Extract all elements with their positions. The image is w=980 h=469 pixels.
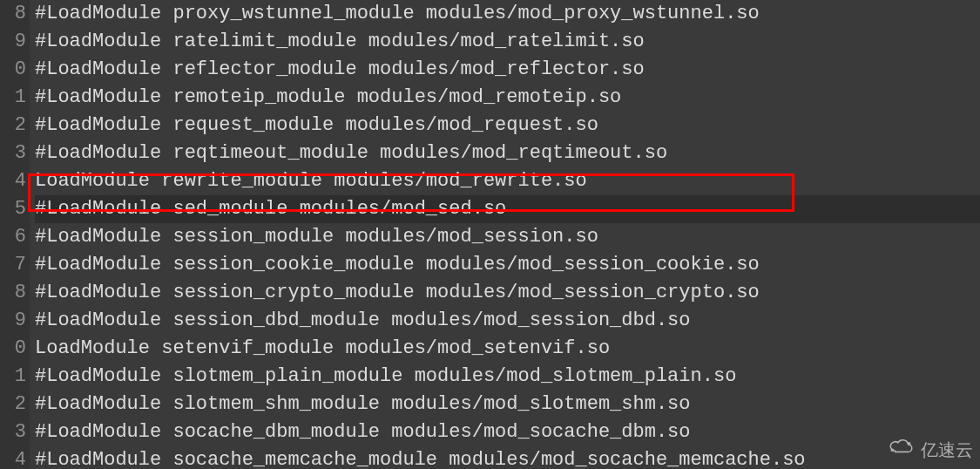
code-editor[interactable]: 89012345678901234 #LoadModule proxy_wstu…: [0, 0, 980, 469]
code-line[interactable]: #LoadModule session_cookie_module module…: [35, 251, 980, 279]
code-line[interactable]: #LoadModule remoteip_module modules/mod_…: [35, 84, 980, 112]
code-line[interactable]: #LoadModule session_module modules/mod_s…: [35, 223, 980, 251]
line-number: 0: [0, 56, 26, 84]
code-line[interactable]: LoadModule rewrite_module modules/mod_re…: [35, 167, 980, 195]
line-number: 1: [0, 84, 26, 112]
svg-point-0: [891, 449, 893, 451]
code-line[interactable]: #LoadModule reqtimeout_module modules/mo…: [35, 139, 980, 167]
line-number-gutter: 89012345678901234: [0, 0, 30, 469]
line-number: 6: [0, 223, 26, 251]
code-line[interactable]: #LoadModule slotmem_shm_module modules/m…: [35, 391, 980, 418]
code-line[interactable]: #LoadModule request_module modules/mod_r…: [35, 112, 980, 139]
code-line[interactable]: #LoadModule slotmem_plain_module modules…: [35, 363, 980, 391]
line-number: 8: [0, 279, 26, 307]
svg-point-1: [909, 443, 910, 445]
code-area[interactable]: #LoadModule proxy_wstunnel_module module…: [30, 0, 980, 469]
code-line[interactable]: #LoadModule proxy_wstunnel_module module…: [35, 0, 980, 28]
code-line[interactable]: #LoadModule ratelimit_module modules/mod…: [35, 28, 980, 56]
code-line[interactable]: #LoadModule socache_memcache_module modu…: [35, 446, 980, 469]
code-line[interactable]: #LoadModule session_crypto_module module…: [35, 279, 980, 307]
line-number: 4: [0, 446, 26, 469]
cloud-icon: [886, 436, 916, 464]
code-line[interactable]: #LoadModule session_dbd_module modules/m…: [35, 307, 980, 335]
line-number: 2: [0, 391, 26, 418]
code-line[interactable]: LoadModule setenvif_module modules/mod_s…: [35, 335, 980, 363]
line-number: 5: [0, 195, 26, 223]
line-number: 9: [0, 307, 26, 335]
line-number: 0: [0, 335, 26, 363]
line-number: 3: [0, 139, 26, 167]
watermark-text: 亿速云: [921, 436, 973, 464]
line-number: 4: [0, 167, 26, 195]
line-number: 1: [0, 363, 26, 391]
code-line[interactable]: #LoadModule reflector_module modules/mod…: [35, 56, 980, 84]
line-number: 9: [0, 28, 26, 56]
code-line[interactable]: #LoadModule socache_dbm_module modules/m…: [35, 418, 980, 446]
line-number: 3: [0, 418, 26, 446]
line-number: 8: [0, 0, 26, 28]
line-number: 7: [0, 251, 26, 279]
watermark: 亿速云: [886, 436, 973, 464]
code-line[interactable]: #LoadModule sed_module modules/mod_sed.s…: [35, 195, 980, 223]
line-number: 2: [0, 112, 26, 139]
